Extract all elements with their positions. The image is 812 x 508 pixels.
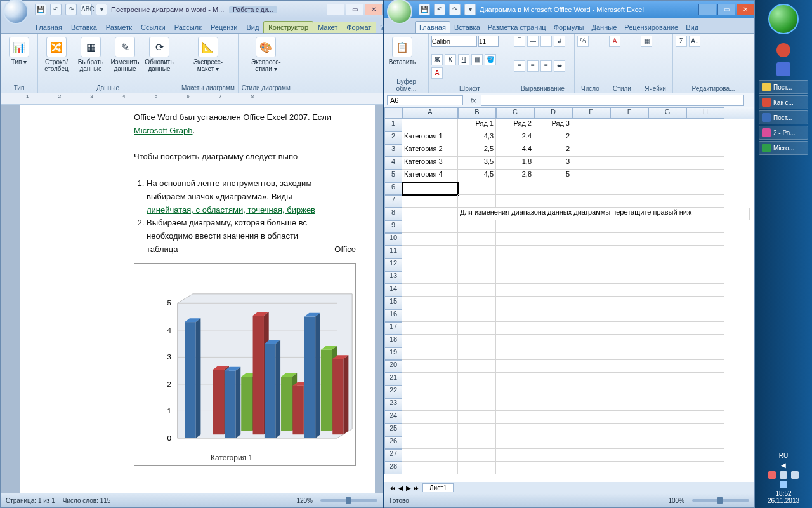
cell[interactable] [648, 385, 686, 398]
cell[interactable] [648, 462, 686, 474]
language-indicator[interactable]: RU [768, 452, 799, 459]
status-zoom[interactable]: 120% [296, 497, 313, 504]
qat-button[interactable]: ↶ [434, 4, 445, 15]
row-header[interactable]: 16 [384, 309, 402, 322]
cell[interactable] [648, 157, 686, 170]
cell[interactable] [458, 449, 496, 462]
cell[interactable]: 2,4 [496, 131, 534, 144]
cell[interactable] [610, 182, 648, 195]
cell[interactable] [496, 385, 534, 398]
cell[interactable] [686, 373, 724, 385]
cell[interactable] [648, 297, 686, 309]
cell[interactable] [458, 246, 496, 258]
cell[interactable] [496, 182, 534, 195]
cell[interactable] [402, 284, 458, 297]
cell[interactable] [402, 360, 458, 373]
cell[interactable] [648, 335, 686, 347]
qat-button[interactable]: ↷ [65, 4, 77, 15]
row-header[interactable]: 10 [384, 233, 402, 246]
row-header[interactable]: 13 [384, 271, 402, 284]
align-mid-button[interactable]: — [527, 36, 539, 47]
percent-button[interactable]: % [577, 36, 589, 47]
cell[interactable] [458, 258, 496, 271]
cell-styles-button[interactable]: A [609, 36, 620, 47]
cell[interactable] [458, 182, 496, 195]
column-header[interactable]: B [458, 107, 496, 119]
cell[interactable] [610, 195, 648, 208]
cell[interactable] [572, 360, 610, 373]
column-header[interactable]: F [610, 107, 648, 119]
ribbon-button[interactable]: 📐Экспресс-макет ▾ [193, 36, 223, 74]
cell[interactable] [402, 411, 458, 424]
row-header[interactable]: 23 [384, 398, 402, 411]
cell[interactable] [496, 309, 534, 322]
cell[interactable] [610, 144, 648, 157]
cell[interactable] [648, 449, 686, 462]
cell[interactable] [572, 284, 610, 297]
cell[interactable] [686, 424, 724, 436]
row-header[interactable]: 19 [384, 347, 402, 360]
cell[interactable] [402, 258, 458, 271]
ribbon-tab-рецензирование[interactable]: Рецензирование [620, 22, 682, 33]
cell[interactable]: Ряд 3 [534, 119, 572, 131]
ribbon-button[interactable]: 📊Тип ▾ [4, 36, 34, 67]
cell[interactable] [534, 385, 572, 398]
formula-bar[interactable] [481, 95, 744, 106]
align-bot-button[interactable]: _ [540, 36, 552, 47]
clock-date[interactable]: 26.11.2013 [768, 497, 799, 504]
font-name-select[interactable] [431, 36, 477, 47]
cell[interactable] [402, 220, 458, 233]
spreadsheet-grid[interactable]: ABCDEFGH 1Ряд 1Ряд 2Ряд 32Категория 14,3… [384, 107, 754, 482]
cell[interactable] [686, 246, 724, 258]
cell[interactable] [496, 258, 534, 271]
horizontal-ruler[interactable]: 1 2 3 4 5 6 7 8 [1, 93, 383, 105]
row-header[interactable]: 18 [384, 335, 402, 347]
cell[interactable] [458, 462, 496, 474]
taskbar-item[interactable]: Micro... [759, 141, 808, 155]
zoom-slider[interactable] [692, 499, 749, 502]
cell[interactable] [572, 220, 610, 233]
cell[interactable] [610, 309, 648, 322]
cell[interactable] [648, 436, 686, 449]
cell[interactable]: 4,5 [458, 170, 496, 182]
cell[interactable] [648, 182, 686, 195]
cell[interactable]: 3 [534, 157, 572, 170]
minimize-button[interactable]: — [327, 4, 344, 15]
row-header[interactable]: 8 [384, 208, 402, 220]
cell[interactable] [402, 309, 458, 322]
volume-icon[interactable] [780, 471, 787, 479]
cell[interactable] [458, 233, 496, 246]
cell[interactable] [458, 271, 496, 284]
cell[interactable] [572, 398, 610, 411]
insert-cells-button[interactable]: ▦ [641, 36, 652, 47]
cell[interactable] [402, 436, 458, 449]
cell[interactable]: 2 [534, 144, 572, 157]
sheet-nav-last[interactable]: ⏭ [414, 485, 420, 491]
cell[interactable] [686, 271, 724, 284]
network-icon[interactable] [780, 481, 787, 488]
cell[interactable] [572, 309, 610, 322]
cell[interactable] [610, 284, 648, 297]
cell[interactable] [402, 385, 458, 398]
cell[interactable] [402, 347, 458, 360]
cell[interactable]: 5 [534, 170, 572, 182]
row-header[interactable]: 15 [384, 297, 402, 309]
cell[interactable] [610, 271, 648, 284]
ribbon-button[interactable]: ✎Изменить данные [110, 36, 140, 74]
cell[interactable] [648, 271, 686, 284]
cell[interactable] [496, 246, 534, 258]
cell[interactable] [496, 335, 534, 347]
cell[interactable] [534, 220, 572, 233]
cell[interactable] [686, 119, 724, 131]
cell[interactable] [686, 411, 724, 424]
ribbon-button[interactable]: 🔀Строка/столбец [41, 36, 72, 74]
row-header[interactable]: 2 [384, 131, 402, 144]
qat-button[interactable]: ABC [81, 4, 92, 15]
cell[interactable] [610, 360, 648, 373]
cell[interactable] [458, 284, 496, 297]
cell[interactable] [610, 347, 648, 360]
qat-button[interactable]: 💾 [419, 4, 430, 15]
row-header[interactable]: 14 [384, 284, 402, 297]
cell[interactable] [402, 208, 458, 220]
cell[interactable] [610, 411, 648, 424]
